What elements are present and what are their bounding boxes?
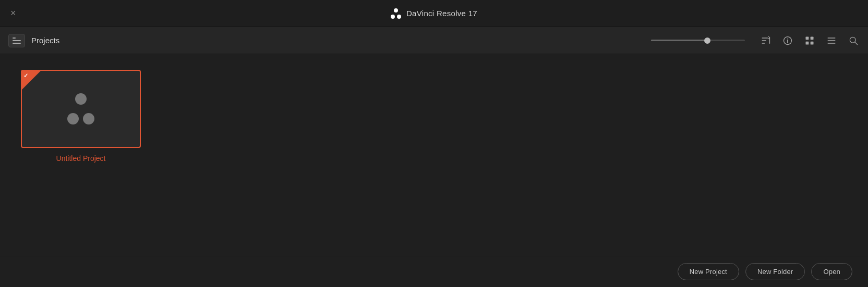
logo-circle-top [75,93,87,105]
sort-icon[interactable] [760,34,772,47]
title-bar: × DaVinci Resolve 17 [0,0,868,27]
selected-check-icon: ✓ [23,72,28,79]
svg-rect-9 [806,41,809,44]
app-title-group: DaVinci Resolve 17 [391,8,477,19]
open-button[interactable]: Open [811,263,852,280]
grid-icon[interactable] [803,34,816,47]
svg-rect-0 [762,38,768,39]
main-content: ✓ Untitled Project [0,54,868,256]
new-project-button[interactable]: New Project [678,263,739,280]
project-item[interactable]: ✓ Untitled Project [21,70,141,163]
svg-rect-7 [806,36,809,40]
toolbar-actions [760,34,860,47]
bottom-bar: New Project New Folder Open [0,256,868,287]
close-button[interactable]: × [10,8,16,19]
svg-rect-8 [811,36,814,40]
svg-rect-2 [762,43,765,44]
app-title: DaVinci Resolve 17 [406,9,477,18]
list-icon[interactable] [825,34,838,47]
project-logo-icon [65,93,97,124]
logo-circle-bottom-right [83,113,94,124]
svg-rect-1 [762,40,766,41]
sidebar-toggle-button[interactable] [8,34,25,47]
logo-circle-bottom-left [67,113,79,124]
project-thumbnail[interactable]: ✓ [21,70,141,148]
svg-rect-12 [828,40,836,41]
slider-thumb [704,38,710,44]
project-name: Untitled Project [56,154,106,163]
search-icon[interactable] [847,34,860,47]
toolbar: Projects [0,27,868,54]
info-icon[interactable] [781,34,794,47]
sidebar-toggle-icon [13,38,21,44]
svg-rect-11 [828,38,836,39]
app-logo-icon [391,8,401,19]
svg-point-6 [787,38,788,39]
slider-track [651,40,745,41]
svg-rect-10 [811,41,814,44]
slider-fill [651,40,707,41]
toolbar-title: Projects [31,36,59,45]
new-folder-button[interactable]: New Folder [745,263,805,280]
svg-rect-13 [828,43,836,44]
thumbnail-size-slider[interactable] [651,40,745,41]
svg-line-15 [855,42,858,44]
project-grid: ✓ Untitled Project [21,65,847,163]
